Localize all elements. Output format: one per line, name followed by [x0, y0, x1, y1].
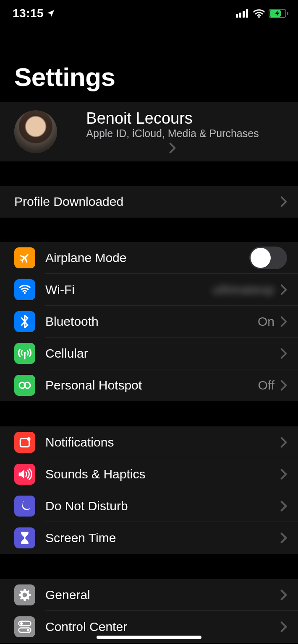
- svg-point-4: [258, 16, 260, 18]
- wifi-icon: [14, 279, 35, 300]
- general-row[interactable]: General: [0, 579, 298, 611]
- general-label: General: [45, 588, 280, 602]
- chevron-right-icon: [280, 468, 287, 480]
- bluetooth-value: On: [258, 314, 274, 329]
- dnd-label: Do Not Disturb: [45, 499, 280, 513]
- svg-point-18: [27, 629, 29, 631]
- gear-icon: [14, 584, 35, 605]
- status-bar: 13:15: [0, 0, 298, 24]
- chevron-right-icon: [280, 589, 287, 601]
- general-group: General Control Center: [0, 579, 298, 643]
- profile-downloaded-label: Profile Downloaded: [14, 195, 123, 209]
- svg-rect-3: [246, 9, 248, 18]
- screentime-row[interactable]: Screen Time: [0, 522, 298, 554]
- account-subtitle: Apple ID, iCloud, Media & Purchases: [86, 127, 259, 140]
- sounds-icon: [14, 464, 35, 485]
- airplane-mode-toggle[interactable]: [249, 247, 287, 269]
- status-left: 13:15: [13, 7, 55, 20]
- chevron-right-icon: [280, 316, 287, 327]
- bluetooth-row[interactable]: Bluetooth On: [0, 306, 298, 338]
- battery-charging-icon: [269, 8, 289, 18]
- wifi-icon: [253, 9, 265, 18]
- notifications-label: Notifications: [45, 435, 280, 449]
- cellular-label: Cellular: [45, 346, 280, 361]
- dnd-row[interactable]: Do Not Disturb: [0, 490, 298, 522]
- svg-rect-1: [239, 13, 241, 18]
- home-indicator[interactable]: [97, 636, 201, 639]
- airplane-mode-label: Airplane Mode: [45, 251, 249, 265]
- personal-hotspot-row[interactable]: Personal Hotspot Off: [0, 369, 298, 401]
- cellular-row[interactable]: Cellular: [0, 338, 298, 369]
- wifi-value: ultimatexp: [213, 283, 274, 297]
- wifi-label: Wi-Fi: [45, 283, 213, 297]
- profile-group: Profile Downloaded: [0, 186, 298, 218]
- wifi-row[interactable]: Wi-Fi ultimatexp: [0, 274, 298, 306]
- svg-point-16: [20, 622, 23, 625]
- chevron-right-icon: [280, 621, 287, 633]
- svg-rect-7: [270, 10, 281, 17]
- airplane-mode-row[interactable]: Airplane Mode: [0, 242, 298, 274]
- account-group: Benoit Lecours Apple ID, iCloud, Media &…: [0, 102, 298, 161]
- chevron-right-icon: [280, 532, 287, 544]
- control-center-icon: [14, 616, 35, 637]
- connectivity-group: Airplane Mode Wi-Fi ultimatexp Bluetooth…: [0, 242, 298, 401]
- hourglass-icon: [14, 527, 35, 548]
- bluetooth-icon: [14, 311, 35, 332]
- svg-point-14: [27, 437, 31, 441]
- status-time: 13:15: [13, 7, 44, 20]
- svg-rect-0: [236, 14, 238, 18]
- account-name: Benoit Lecours: [86, 109, 259, 127]
- svg-rect-2: [243, 11, 245, 18]
- cellular-icon: [236, 9, 249, 18]
- alerts-group: Notifications Sounds & Haptics Do Not Di…: [0, 426, 298, 554]
- chevron-right-icon: [280, 436, 287, 448]
- avatar: [14, 110, 57, 153]
- notifications-icon: [14, 432, 35, 453]
- chevron-right-icon: [280, 379, 287, 391]
- notifications-row[interactable]: Notifications: [0, 426, 298, 458]
- chevron-right-icon: [280, 284, 287, 296]
- screentime-label: Screen Time: [45, 531, 280, 545]
- personal-hotspot-label: Personal Hotspot: [45, 378, 258, 392]
- chevron-right-icon: [280, 348, 287, 359]
- location-icon: [46, 9, 55, 18]
- personal-hotspot-value: Off: [258, 378, 274, 392]
- svg-point-8: [24, 292, 26, 294]
- svg-rect-6: [287, 12, 288, 15]
- status-right: [236, 8, 289, 18]
- sounds-label: Sounds & Haptics: [45, 467, 280, 481]
- page-title: Settings: [0, 24, 298, 102]
- profile-downloaded-row[interactable]: Profile Downloaded: [0, 186, 298, 218]
- chevron-right-icon: [280, 196, 287, 208]
- hotspot-icon: [14, 375, 35, 396]
- airplane-icon: [14, 247, 35, 268]
- sounds-row[interactable]: Sounds & Haptics: [0, 458, 298, 490]
- moon-icon: [14, 496, 35, 517]
- account-row[interactable]: Benoit Lecours Apple ID, iCloud, Media &…: [0, 102, 298, 161]
- control-center-label: Control Center: [45, 620, 280, 634]
- chevron-right-icon: [169, 142, 176, 154]
- cellular-icon: [14, 343, 35, 364]
- chevron-right-icon: [280, 500, 287, 512]
- account-text: Benoit Lecours Apple ID, iCloud, Media &…: [69, 109, 287, 154]
- bluetooth-label: Bluetooth: [45, 314, 258, 329]
